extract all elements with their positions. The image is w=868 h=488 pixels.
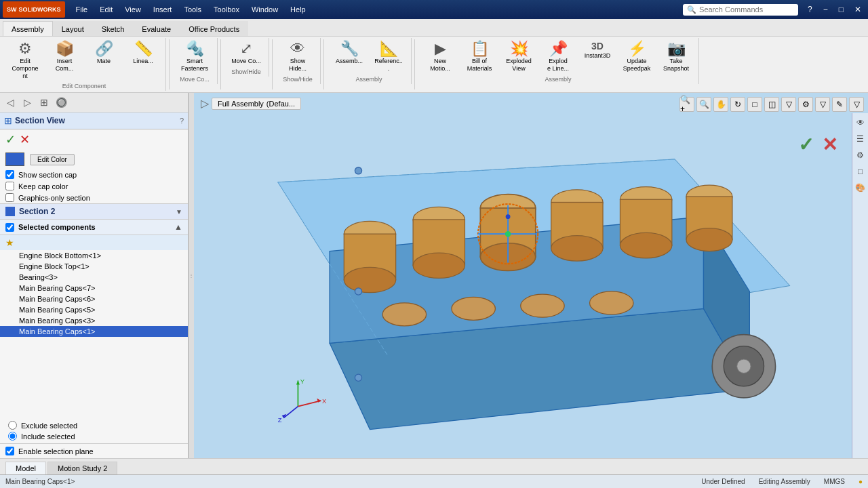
btn-smart-fasteners[interactable]: 🔩 SmartFasteners bbox=[176, 39, 213, 75]
list-item[interactable]: Bearing<3> bbox=[0, 272, 188, 283]
color-swatch[interactable] bbox=[5, 152, 24, 166]
right-icon-layers[interactable]: ☰ bbox=[854, 132, 867, 146]
svg-point-29 bbox=[521, 295, 564, 318]
tab-assembly[interactable]: Assembly bbox=[3, 21, 53, 36]
btn-take-snapshot[interactable]: 📷 TakeSnapshot bbox=[658, 39, 694, 75]
menu-tools[interactable]: Tools bbox=[178, 4, 207, 15]
tab-model[interactable]: Model bbox=[5, 462, 46, 474]
vp-btn-view[interactable]: □ bbox=[747, 97, 762, 112]
nav-back-icon[interactable]: ▷ bbox=[201, 97, 209, 110]
tab-evaluate[interactable]: Evaluate bbox=[133, 21, 180, 36]
list-item[interactable]: Engine Block Top<1> bbox=[0, 261, 188, 272]
menu-file[interactable]: File bbox=[71, 4, 94, 15]
vp-btn-rotate[interactable]: ↻ bbox=[730, 97, 745, 112]
tab-sketch[interactable]: Sketch bbox=[93, 21, 134, 36]
viewport[interactable]: ▷ Full Assembly (Defau... 🔍+ 🔍 ✋ ↻ □ ◫ ▽… bbox=[194, 93, 868, 458]
selected-components-collapse-icon[interactable]: ▲ bbox=[174, 222, 182, 232]
radio-exclude[interactable]: Exclude selected bbox=[8, 421, 180, 430]
help-btn[interactable]: ? bbox=[804, 3, 816, 16]
btn-instant3d[interactable]: 3D Instant3D bbox=[579, 39, 616, 75]
right-icon-eye[interactable]: 👁 bbox=[854, 116, 867, 129]
checkbox-show-section-cap[interactable]: Show section cap bbox=[0, 169, 188, 180]
tab-office-products[interactable]: Office Products bbox=[180, 21, 248, 36]
list-item-selected[interactable]: Main Bearing Caps<1> bbox=[0, 326, 188, 337]
panel-btn-2[interactable]: ▷ bbox=[20, 95, 35, 110]
menu-toolbox[interactable]: Toolbox bbox=[208, 4, 245, 15]
show-section-cap-checkbox[interactable] bbox=[5, 170, 14, 179]
include-radio[interactable] bbox=[8, 432, 17, 441]
accept-button[interactable]: ✓ bbox=[5, 132, 16, 147]
btn-mate[interactable]: 🔗 Mate bbox=[85, 39, 122, 81]
ribbon-group-fasteners-label: Move Co... bbox=[180, 76, 210, 83]
section-view-header[interactable]: ⊞ Section View ? bbox=[0, 113, 188, 129]
btn-new-motion[interactable]: ▶ NewMotio... bbox=[422, 39, 458, 75]
right-icon-settings[interactable]: ⚙ bbox=[854, 148, 867, 162]
list-item[interactable]: Main Bearing Caps<6> bbox=[0, 293, 188, 304]
vp-btn-more[interactable]: ▽ bbox=[815, 97, 830, 112]
menu-view[interactable]: View bbox=[119, 4, 146, 15]
menu-edit[interactable]: Edit bbox=[94, 4, 118, 15]
panel-btn-1[interactable]: ◁ bbox=[3, 95, 18, 110]
btn-insert-component[interactable]: 📦 Insert Com... bbox=[46, 39, 83, 81]
menu-window[interactable]: Window bbox=[246, 4, 283, 15]
btn-update-speedpak[interactable]: ⚡ UpdateSpeedpak bbox=[618, 39, 655, 75]
panel-btn-3[interactable]: ⊞ bbox=[37, 95, 52, 110]
btn-exploded-view[interactable]: 💥 ExplodedView bbox=[500, 39, 537, 75]
linear-icon: 📏 bbox=[134, 41, 153, 56]
btn-explode-line-label: Explode Line... bbox=[547, 58, 569, 73]
vp-btn-filter[interactable]: ▽ bbox=[781, 97, 796, 112]
radio-include[interactable]: Include selected bbox=[8, 432, 180, 441]
vp-btn-zoom-out[interactable]: 🔍 bbox=[696, 97, 711, 112]
btn-reference[interactable]: 📐 Referenc... bbox=[370, 39, 407, 75]
btn-move-component[interactable]: ⤢ Move Co... bbox=[228, 39, 264, 67]
btn-edit-component[interactable]: ⚙ EditComponent bbox=[7, 39, 43, 81]
btn-show-hide[interactable]: 👁 ShowHide... bbox=[279, 39, 316, 75]
vp-btn-pan[interactable]: ✋ bbox=[713, 97, 728, 112]
checkbox-graphics-only[interactable]: Graphics-only section bbox=[0, 192, 188, 203]
list-item[interactable]: Engine Block Bottom<1> bbox=[0, 250, 188, 261]
btn-bill-materials[interactable]: 📋 Bill ofMaterials bbox=[461, 39, 498, 75]
enable-selection-plane-row[interactable]: Enable selection plane bbox=[0, 443, 188, 458]
list-item[interactable]: Main Bearing Caps<3> bbox=[0, 315, 188, 326]
right-icon-view[interactable]: □ bbox=[854, 165, 867, 178]
search-input[interactable] bbox=[699, 5, 794, 14]
btn-assembly[interactable]: 🔧 Assemb... bbox=[331, 39, 368, 75]
edit-color-button[interactable]: Edit Color bbox=[30, 154, 75, 165]
vp-btn-zoom-in[interactable]: 🔍+ bbox=[679, 97, 694, 112]
list-item[interactable]: Main Bearing Caps<5> bbox=[0, 304, 188, 315]
minimize-btn[interactable]: − bbox=[819, 3, 832, 16]
include-label: Include selected bbox=[21, 432, 75, 441]
panel-btn-4[interactable]: 🔘 bbox=[54, 95, 68, 110]
menu-help[interactable]: Help bbox=[285, 4, 311, 15]
vp-btn-sketch[interactable]: ✎ bbox=[832, 97, 847, 112]
list-item[interactable]: Main Bearing Caps<7> bbox=[0, 283, 188, 293]
maximize-btn[interactable]: □ bbox=[835, 3, 848, 16]
vp-btn-snap[interactable]: ▽ bbox=[849, 97, 864, 112]
search-box[interactable]: 🔍 bbox=[683, 4, 798, 16]
tab-motion-study[interactable]: Motion Study 2 bbox=[47, 462, 117, 474]
section2-label: Section 2 bbox=[19, 207, 176, 216]
keep-cap-color-checkbox[interactable] bbox=[5, 182, 14, 190]
checkbox-keep-cap-color[interactable]: Keep cap color bbox=[0, 180, 188, 192]
exclude-radio[interactable] bbox=[8, 421, 17, 430]
cancel-button[interactable]: ✕ bbox=[20, 132, 30, 147]
vp-btn-options[interactable]: ⚙ bbox=[798, 97, 813, 112]
tab-layout[interactable]: Layout bbox=[53, 21, 93, 36]
section2-header[interactable]: Section 2 ▼ bbox=[0, 203, 188, 220]
panel-resize-handle[interactable]: ⋮ bbox=[189, 93, 194, 458]
svg-point-23 bbox=[620, 233, 671, 258]
btn-explode-line[interactable]: 📌 Explode Line... bbox=[540, 39, 576, 75]
right-icon-panel: 👁 ☰ ⚙ □ 🎨 bbox=[852, 113, 868, 458]
close-btn[interactable]: ✕ bbox=[850, 3, 865, 16]
selected-components-header: Selected components ▲ bbox=[0, 220, 188, 235]
menu-insert[interactable]: Insert bbox=[148, 4, 178, 15]
selected-components-checkbox[interactable] bbox=[5, 223, 14, 232]
explode-line-icon: 📌 bbox=[549, 41, 568, 56]
right-icon-color[interactable]: 🎨 bbox=[854, 181, 867, 195]
help-icon[interactable]: ? bbox=[180, 117, 184, 125]
vp-btn-display[interactable]: ◫ bbox=[764, 97, 779, 112]
enable-selection-plane-checkbox[interactable] bbox=[5, 447, 14, 455]
graphics-only-checkbox[interactable] bbox=[5, 193, 14, 202]
btn-linear[interactable]: 📏 Linea... bbox=[125, 39, 161, 81]
svg-text:X: X bbox=[322, 398, 327, 405]
